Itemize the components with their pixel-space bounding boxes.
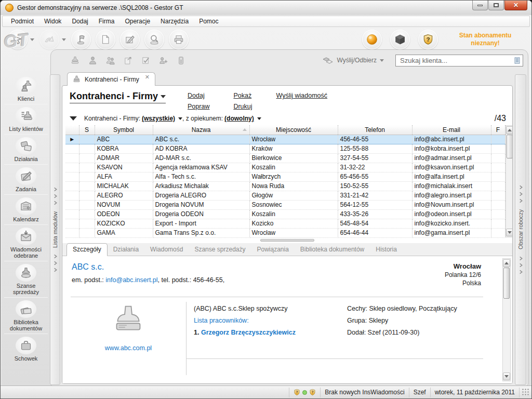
table-row[interactable]: KOZICKOExport - ImportKozicko545-48-54in… (65, 219, 505, 228)
row-marker[interactable] (65, 209, 79, 219)
row-marker[interactable] (65, 228, 79, 237)
cell-nazwa[interactable]: Gama Trans Sp.z o.o. (153, 228, 249, 237)
table-row[interactable]: KSAVONAgencja reklamowa KSAVKoszalin31-3… (65, 163, 505, 172)
scroll-down-button[interactable] (503, 373, 510, 380)
preview-button[interactable] (144, 30, 164, 49)
edit-button[interactable] (120, 30, 140, 49)
cell-nazwa[interactable]: Export - Import (153, 219, 249, 228)
cell-s[interactable] (79, 144, 95, 153)
cell-telefon[interactable]: 456-46-55 (338, 135, 412, 144)
filter-dowolny-dropdown[interactable]: (dowolny) (224, 115, 254, 122)
send-receive-button[interactable]: Wyślij/Odbierz (322, 56, 384, 65)
cell-s[interactable] (79, 191, 95, 200)
chevron-right-icon[interactable] (518, 192, 523, 196)
redo-dropdown-caret[interactable] (62, 38, 66, 41)
row-marker[interactable] (65, 144, 79, 153)
scrollbar-thumb[interactable] (503, 268, 510, 299)
cell-f[interactable] (491, 209, 505, 219)
chevron-right-icon[interactable] (518, 198, 523, 203)
table-vertical-scrollbar[interactable] (506, 125, 513, 237)
action-popraw[interactable]: Popraw (188, 103, 209, 112)
cell-miejscowosc[interactable]: Nowa Ruda (249, 181, 338, 191)
row-marker[interactable] (65, 181, 79, 191)
action-drukuj[interactable]: Drukuj (233, 103, 252, 112)
filter-caret-icon[interactable] (257, 117, 261, 120)
cell-symbol[interactable]: ODEON (95, 209, 153, 219)
cell-email[interactable]: info@ksavon.insert.pl (412, 163, 491, 172)
cell-symbol[interactable]: KSAVON (95, 163, 153, 172)
detail-vertical-scrollbar[interactable] (502, 258, 511, 381)
cell-telefon[interactable]: 125-55-88 (338, 144, 412, 153)
scrollbar-thumb[interactable] (507, 135, 513, 158)
cell-telefon[interactable]: 654-46-44 (338, 228, 412, 237)
header-telefon[interactable]: Telefon (338, 125, 412, 135)
menu-pomoc[interactable]: Pomoc (194, 16, 223, 26)
workspace-strip[interactable]: Obszar roboczy (515, 74, 526, 385)
email-link[interactable]: info@abc.insert.pl (105, 276, 157, 284)
cell-nazwa[interactable]: Drogeria NOVUM (153, 200, 249, 209)
cell-f[interactable] (491, 228, 505, 237)
header-email[interactable]: E-mail (412, 125, 491, 135)
cell-s[interactable] (79, 163, 95, 172)
cell-miejscowosc[interactable]: Bierkowice (249, 153, 338, 163)
header-s[interactable]: S (79, 125, 95, 135)
minimize-button[interactable] (472, 1, 488, 10)
sidebar-item-szanse-sprzedazy[interactable]: Szanse sprzedaży (4, 261, 48, 298)
cell-email[interactable]: info@gama.insert.pl (412, 228, 491, 237)
scroll-up-button[interactable] (506, 126, 513, 134)
cell-symbol[interactable]: KOZICKO (95, 219, 153, 228)
chevron-right-icon[interactable] (53, 254, 58, 259)
resize-grip[interactable] (522, 388, 530, 396)
cell-f[interactable] (491, 135, 505, 144)
header-miejscowosc[interactable]: Miejscowość (249, 125, 338, 135)
cell-symbol[interactable]: ABC (95, 135, 153, 144)
table-row[interactable]: ADMARAD-MAR s.c.Bierkowice327-54-55info@… (65, 153, 505, 163)
cell-miejscowosc[interactable]: Sosnowiec (249, 200, 338, 209)
detail-tab-biblioteka-dokumentow[interactable]: Biblioteka dokumentów (295, 244, 370, 256)
employee-link[interactable]: Grzegorz Brzęczyszczykiewicz (201, 329, 296, 336)
cell-symbol[interactable]: GAMA (95, 228, 153, 237)
header-symbol[interactable]: Symbol (95, 125, 153, 135)
detail-tab-powiazania[interactable]: Powiązania (251, 244, 294, 256)
chevron-right-icon[interactable] (53, 194, 58, 198)
help-shield-button[interactable] (418, 30, 438, 49)
table-row[interactable]: KOBRAAD KOBRAKraków125-55-88info@kobra.i… (65, 144, 505, 153)
cell-nazwa[interactable]: Arkadiusz Michalak (153, 181, 249, 191)
header-marker[interactable] (65, 125, 79, 135)
cell-nazwa[interactable]: ABC s.c. (153, 135, 249, 144)
chevron-right-icon[interactable] (518, 185, 523, 190)
stamp-icon[interactable] (70, 56, 80, 65)
sidebar-item-zadania[interactable]: Zadania (4, 165, 48, 195)
cell-symbol[interactable]: ALEGRO (95, 191, 153, 200)
cell-email[interactable]: info@admar.insert.pl (412, 153, 491, 163)
table-row[interactable]: ODEONDrogeria ODEONKoszalin433-35-26info… (65, 209, 505, 219)
table-row[interactable]: ALFAAlfa - Tech s.c.Wałbrzych65-456-55in… (65, 172, 505, 181)
chevron-right-icon[interactable] (53, 261, 58, 265)
contractor-name-link[interactable]: ABC s.c. (72, 262, 224, 272)
menu-widok[interactable]: Widok (39, 16, 66, 26)
close-button[interactable]: ✕ (504, 1, 527, 10)
question-shield-icon[interactable] (294, 389, 300, 396)
detail-tab-szanse-sprzedazy[interactable]: Szanse sprzedaży (189, 244, 251, 256)
cell-f[interactable] (491, 181, 505, 191)
person-icon[interactable] (88, 56, 98, 65)
scroll-down-button[interactable] (506, 229, 513, 236)
splitter-handle[interactable] (260, 239, 314, 242)
cell-nazwa[interactable]: AD KOBRA (153, 144, 249, 153)
cell-email[interactable]: info@Novum.insert.pl (412, 200, 491, 209)
people-add-icon[interactable] (158, 56, 168, 65)
cell-s[interactable] (79, 209, 95, 219)
cell-s[interactable] (79, 181, 95, 191)
sidebar-item-kalendarz[interactable]: Kalendarz (4, 195, 48, 225)
table-row[interactable]: ▶ABCABC s.c.Wrocław456-46-55info@abc.ins… (65, 135, 505, 144)
filter-wszystkie-dropdown[interactable]: (wszystkie) (142, 115, 175, 122)
scroll-up-button[interactable] (503, 259, 510, 267)
cell-miejscowosc[interactable]: Koszalin (249, 209, 338, 219)
search-input[interactable] (399, 56, 513, 65)
cell-nazwa[interactable]: AD-MAR s.c. (153, 153, 249, 163)
cell-miejscowosc[interactable]: Wałbrzych (249, 172, 338, 181)
cell-email[interactable]: info@michalak.insert (412, 181, 491, 191)
cell-telefon[interactable]: 327-54-55 (338, 153, 412, 163)
tab-kontrahenci-firmy[interactable]: Kontrahenci - Firmy ✕ (67, 72, 155, 86)
persons-icon[interactable] (105, 56, 115, 65)
